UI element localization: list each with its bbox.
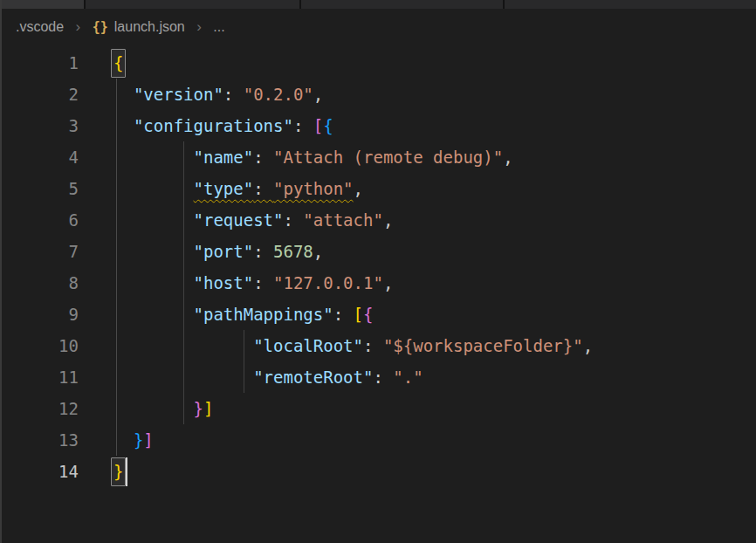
token: : (293, 116, 313, 135)
code-line[interactable]: 13 }] (0, 424, 756, 456)
token: "localRoot" (253, 336, 363, 355)
token: "host" (194, 273, 254, 292)
code-text: "version": "0.2.0", (113, 85, 323, 104)
token: "port" (194, 242, 254, 261)
tab-fragment[interactable] (86, 0, 299, 9)
token: : (253, 273, 273, 292)
code-line[interactable]: 2 "version": "0.2.0", (0, 79, 756, 110)
code-line[interactable]: 10 "localRoot": "${workspaceFolder}", (0, 330, 756, 361)
code-line[interactable]: 7 "port": 5678, (0, 236, 756, 267)
token: , (383, 210, 393, 230)
token: , (583, 336, 593, 355)
token: "0.2.0" (244, 85, 313, 104)
token: [ (354, 305, 363, 324)
token: [ (313, 116, 323, 135)
breadcrumb-item-symbol[interactable]: ... (213, 19, 224, 34)
token: "python" (273, 179, 354, 198)
line-number[interactable]: 10 (0, 330, 79, 361)
code-text: "port": 5678, (113, 242, 323, 261)
code-line[interactable]: 8 "host": "127.0.0.1", (0, 267, 756, 299)
code-line[interactable]: 3 "configurations": [{ (0, 110, 756, 141)
token: , (313, 242, 323, 261)
line-number[interactable]: 14 (0, 456, 79, 487)
token: } (134, 430, 143, 450)
code-line[interactable]: 11 "remoteRoot": "." (0, 361, 756, 393)
code-text: "type": "python", (113, 179, 363, 198)
code-text: "host": "127.0.0.1", (113, 273, 393, 292)
line-number[interactable]: 11 (0, 361, 79, 393)
window-left-edge (0, 0, 2, 543)
token: , (503, 148, 512, 167)
matched-bracket: { (111, 49, 126, 78)
tab-fragment[interactable] (301, 0, 503, 9)
code-text: }] (113, 399, 213, 418)
matched-bracket: } (111, 457, 126, 486)
tab-bar (0, 0, 756, 9)
token: : (223, 85, 244, 104)
breadcrumb-separator: › (76, 18, 81, 35)
line-number[interactable]: 7 (0, 236, 79, 267)
token: : (373, 368, 393, 387)
token: ] (143, 430, 153, 450)
token: : (283, 210, 303, 230)
code-text: }] (113, 430, 154, 450)
line-number[interactable]: 9 (0, 299, 79, 330)
token: } (194, 399, 203, 418)
code-text: "remoteRoot": "." (113, 368, 423, 387)
token: "${workspaceFolder}" (383, 336, 583, 355)
token: "Attach (remote debug)" (273, 148, 503, 167)
token: : (253, 148, 273, 167)
token: ] (203, 399, 213, 418)
token: "pathMappings" (194, 305, 333, 324)
code-text: "localRoot": "${workspaceFolder}", (113, 336, 593, 355)
token: "request" (194, 210, 284, 230)
code-line[interactable]: 14} (0, 456, 756, 487)
token: "configurations" (134, 116, 293, 135)
token: "remoteRoot" (253, 368, 373, 387)
token: "name" (194, 148, 254, 167)
indent-guide (116, 79, 117, 456)
code-text: "name": "Attach (remote debug)", (113, 148, 513, 167)
line-number[interactable]: 12 (0, 393, 79, 424)
token: "attach" (303, 210, 383, 230)
tab-fragment[interactable] (0, 0, 84, 9)
code-line[interactable]: 1{ (0, 47, 756, 79)
breadcrumb: .vscode › {}launch.json › ... (0, 9, 756, 45)
line-number[interactable]: 4 (0, 141, 79, 173)
breadcrumb-item-file[interactable]: {}launch.json (93, 19, 185, 34)
breadcrumb-separator: › (196, 18, 202, 35)
token: , (313, 85, 323, 104)
token: : (363, 336, 383, 355)
token: , (383, 273, 393, 292)
code-text: "request": "attach", (113, 210, 393, 230)
token: "." (393, 368, 423, 387)
indent-guide (183, 141, 184, 424)
line-number[interactable]: 1 (0, 47, 79, 79)
line-number[interactable]: 3 (0, 110, 79, 141)
line-number[interactable]: 13 (0, 424, 79, 456)
line-number[interactable]: 5 (0, 173, 79, 204)
breadcrumb-item-folder[interactable]: .vscode (16, 19, 64, 34)
code-lines: 1{2 "version": "0.2.0",3 "configurations… (0, 47, 756, 487)
line-number[interactable]: 8 (0, 267, 79, 299)
code-line[interactable]: 6 "request": "attach", (0, 204, 756, 236)
code-line[interactable]: 12 }] (0, 393, 756, 424)
code-line[interactable]: 5 "type": "python", (0, 173, 756, 204)
code-line[interactable]: 4 "name": "Attach (remote debug)", (0, 141, 756, 173)
code-text: "pathMappings": [{ (113, 305, 373, 324)
line-number[interactable]: 6 (0, 204, 79, 236)
token: { (323, 116, 333, 135)
code-text: } (113, 462, 127, 481)
editor[interactable]: 1{2 "version": "0.2.0",3 "configurations… (0, 45, 756, 543)
tab-fragment[interactable] (505, 0, 756, 9)
json-braces-icon: {} (93, 19, 108, 35)
code-line[interactable]: 9 "pathMappings": [{ (0, 299, 756, 330)
token: { (363, 305, 373, 324)
code-text: { (113, 53, 123, 72)
code-text: "configurations": [{ (113, 116, 333, 135)
token: "type" (194, 179, 254, 198)
line-number[interactable]: 2 (0, 79, 79, 110)
token: : (333, 305, 354, 324)
text-cursor (126, 457, 127, 486)
token: , (354, 179, 363, 198)
